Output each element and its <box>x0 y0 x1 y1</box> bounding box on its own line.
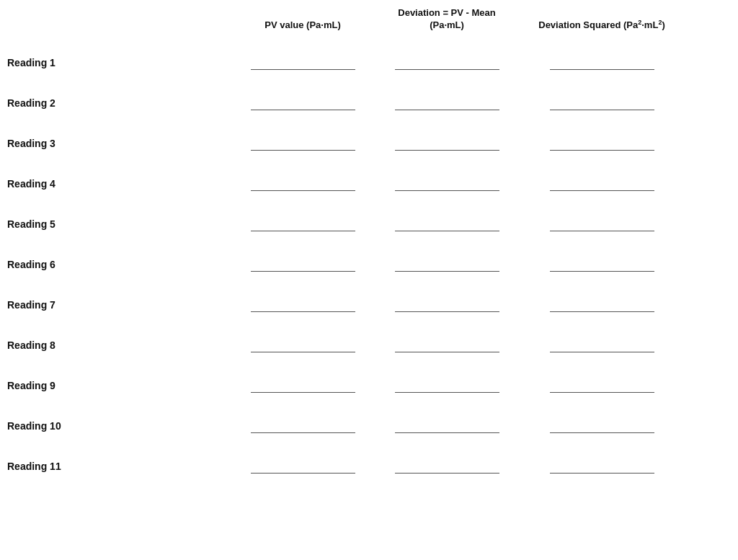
table-row: Reading 6 <box>7 244 731 285</box>
table-row: Reading 11 <box>7 446 731 486</box>
pv-input-9[interactable] <box>251 378 355 393</box>
row-label-5: Reading 5 <box>7 218 231 230</box>
table-row: Reading 5 <box>7 204 731 244</box>
table-row: Reading 4 <box>7 164 731 204</box>
deviation-squared-input-cell-5[interactable] <box>519 217 685 231</box>
deviation-squared-input-9[interactable] <box>550 378 654 393</box>
pv-input-cell-5[interactable] <box>231 217 375 231</box>
deviation-input-cell-6[interactable] <box>375 257 519 272</box>
table-row: Reading 2 <box>7 83 731 123</box>
table-row: Reading 3 <box>7 123 731 164</box>
deviation-squared-input-cell-6[interactable] <box>519 257 685 272</box>
deviation-input-2[interactable] <box>395 96 499 110</box>
pv-input-3[interactable] <box>251 136 355 151</box>
row-label-9: Reading 9 <box>7 380 231 391</box>
pv-input-6[interactable] <box>251 257 355 272</box>
pv-input-1[interactable] <box>251 55 355 70</box>
pv-input-11[interactable] <box>251 459 355 474</box>
col-deviation-header: Deviation = PV - Mean(Pa·mL) <box>375 7 519 32</box>
deviation-squared-input-11[interactable] <box>550 459 654 474</box>
deviation-input-cell-1[interactable] <box>375 55 519 70</box>
table-row: Reading 1 <box>7 43 731 83</box>
deviation-input-6[interactable] <box>395 257 499 272</box>
deviation-squared-input-5[interactable] <box>550 217 654 231</box>
row-label-3: Reading 3 <box>7 138 231 149</box>
pv-input-cell-2[interactable] <box>231 96 375 110</box>
deviation-input-cell-9[interactable] <box>375 378 519 393</box>
row-label-7: Reading 7 <box>7 299 231 311</box>
deviation-input-cell-7[interactable] <box>375 298 519 312</box>
pv-input-8[interactable] <box>251 338 355 352</box>
deviation-input-10[interactable] <box>395 419 499 433</box>
deviation-squared-input-cell-3[interactable] <box>519 136 685 151</box>
deviation-squared-input-cell-11[interactable] <box>519 459 685 474</box>
row-label-11: Reading 11 <box>7 461 231 472</box>
deviation-input-4[interactable] <box>395 177 499 191</box>
deviation-squared-input-cell-4[interactable] <box>519 177 685 191</box>
deviation-input-cell-5[interactable] <box>375 217 519 231</box>
deviation-squared-input-cell-8[interactable] <box>519 338 685 352</box>
row-label-2: Reading 2 <box>7 97 231 109</box>
pv-input-4[interactable] <box>251 177 355 191</box>
deviation-input-cell-2[interactable] <box>375 96 519 110</box>
deviation-input-cell-3[interactable] <box>375 136 519 151</box>
col-deviation-squared-header: Deviation Squared (Pa2·mL2) <box>519 19 685 32</box>
deviation-input-8[interactable] <box>395 338 499 352</box>
deviation-input-5[interactable] <box>395 217 499 231</box>
pv-input-5[interactable] <box>251 217 355 231</box>
pv-input-cell-3[interactable] <box>231 136 375 151</box>
deviation-input-1[interactable] <box>395 55 499 70</box>
deviation-squared-input-8[interactable] <box>550 338 654 352</box>
deviation-input-7[interactable] <box>395 298 499 312</box>
deviation-input-cell-8[interactable] <box>375 338 519 352</box>
table-row: Reading 8 <box>7 325 731 365</box>
deviation-input-cell-11[interactable] <box>375 459 519 474</box>
deviation-squared-input-2[interactable] <box>550 96 654 110</box>
deviation-squared-input-10[interactable] <box>550 419 654 433</box>
pv-input-cell-1[interactable] <box>231 55 375 70</box>
deviation-squared-input-cell-2[interactable] <box>519 96 685 110</box>
row-label-6: Reading 6 <box>7 259 231 270</box>
table-row: Reading 10 <box>7 406 731 446</box>
deviation-squared-input-cell-7[interactable] <box>519 298 685 312</box>
deviation-squared-input-1[interactable] <box>550 55 654 70</box>
pv-input-7[interactable] <box>251 298 355 312</box>
deviation-squared-input-6[interactable] <box>550 257 654 272</box>
row-label-1: Reading 1 <box>7 57 231 68</box>
pv-input-cell-10[interactable] <box>231 419 375 433</box>
table-row: Reading 7 <box>7 285 731 325</box>
pv-input-10[interactable] <box>251 419 355 433</box>
deviation-input-cell-4[interactable] <box>375 177 519 191</box>
deviation-input-3[interactable] <box>395 136 499 151</box>
main-table: PV value (Pa·mL) Deviation = PV - Mean(P… <box>0 0 738 486</box>
row-label-4: Reading 4 <box>7 178 231 190</box>
table-header: PV value (Pa·mL) Deviation = PV - Mean(P… <box>7 0 731 43</box>
table-row: Reading 9 <box>7 365 731 406</box>
pv-input-cell-7[interactable] <box>231 298 375 312</box>
row-label-8: Reading 8 <box>7 339 231 351</box>
deviation-squared-input-cell-1[interactable] <box>519 55 685 70</box>
pv-input-2[interactable] <box>251 96 355 110</box>
deviation-squared-input-4[interactable] <box>550 177 654 191</box>
pv-input-cell-9[interactable] <box>231 378 375 393</box>
deviation-squared-input-cell-9[interactable] <box>519 378 685 393</box>
deviation-input-cell-10[interactable] <box>375 419 519 433</box>
col-pv-header: PV value (Pa·mL) <box>231 19 375 32</box>
deviation-input-9[interactable] <box>395 378 499 393</box>
pv-input-cell-6[interactable] <box>231 257 375 272</box>
deviation-squared-input-cell-10[interactable] <box>519 419 685 433</box>
table-body: Reading 1 Reading 2 Reading 3 <box>7 43 731 486</box>
deviation-squared-input-7[interactable] <box>550 298 654 312</box>
pv-input-cell-4[interactable] <box>231 177 375 191</box>
pv-input-cell-8[interactable] <box>231 338 375 352</box>
pv-input-cell-11[interactable] <box>231 459 375 474</box>
deviation-input-11[interactable] <box>395 459 499 474</box>
deviation-squared-input-3[interactable] <box>550 136 654 151</box>
row-label-10: Reading 10 <box>7 420 231 432</box>
